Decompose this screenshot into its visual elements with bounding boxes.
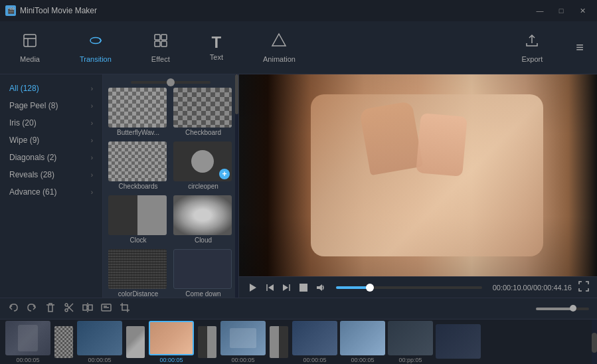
transition-thumb (173, 195, 232, 235)
timeline-toolbar (0, 298, 597, 319)
clip-thumbnail (220, 321, 266, 355)
titlebar-left: 🎬 MiniTool Movie Maker (5, 5, 97, 16)
maximize-button[interactable]: □ (552, 3, 570, 18)
chevron-right-icon: › (91, 102, 93, 110)
redo-button[interactable] (27, 302, 37, 315)
transition-clock[interactable]: Clock (108, 195, 168, 244)
svg-rect-5 (155, 41, 160, 46)
scrollbar-thumb[interactable] (235, 74, 238, 114)
animation-label: Animation (263, 55, 296, 63)
transition-label: Transition (80, 55, 112, 63)
transition-name: ButterflyWav... (108, 129, 168, 136)
transition-come-down[interactable]: Come down (173, 249, 233, 298)
svg-marker-13 (283, 284, 288, 291)
category-all[interactable]: All (128) › (0, 80, 102, 97)
chevron-right-icon: › (91, 189, 93, 196)
timeline-clip-7[interactable]: 00:pp:05 (388, 321, 433, 363)
undo-button[interactable] (8, 302, 19, 315)
clip-thumbnail (292, 321, 337, 355)
svg-point-17 (65, 304, 68, 306)
tab-media[interactable]: Media (13, 29, 46, 67)
preview-area: 00:00:10.00/00:00:44.16 (239, 74, 597, 298)
tab-export[interactable]: Export (515, 29, 550, 67)
cut-button[interactable] (64, 302, 74, 315)
svg-rect-6 (161, 41, 167, 46)
transition-checkboards[interactable]: Checkboards (108, 141, 168, 190)
svg-rect-4 (161, 35, 167, 40)
svg-rect-21 (88, 305, 92, 310)
clip-thumbnail (436, 324, 481, 359)
transition-thumb (108, 249, 167, 289)
transition-checkboard[interactable]: Checkboard (173, 88, 233, 136)
svg-rect-3 (155, 35, 160, 40)
time-display: 00:00:10.00/00:00:44.16 (493, 284, 572, 292)
timeline-clip-5[interactable]: 00:00:05 (292, 321, 337, 363)
svg-marker-9 (250, 284, 256, 292)
zoom-bar[interactable] (536, 308, 589, 310)
play-button[interactable] (247, 282, 258, 293)
transition-thumb-small (270, 326, 288, 358)
timeline-scroll-thumb (592, 333, 597, 353)
timeline-clip-6[interactable]: 00:00:05 (340, 321, 385, 363)
transitions-panel: ButterflyWav... Checkboard Checkboards + (103, 74, 239, 298)
category-wipe[interactable]: Wipe (9) › (0, 132, 102, 149)
tab-animation[interactable]: Animation (256, 29, 302, 67)
text-overlay-button[interactable] (101, 302, 112, 315)
preview-video (239, 74, 597, 276)
preview-controls: 00:00:10.00/00:00:44.16 (239, 276, 597, 298)
category-iris[interactable]: Iris (20) › (0, 114, 102, 132)
transition-name: Clock (108, 236, 168, 244)
category-advance[interactable]: Advance (61) › (0, 183, 102, 201)
effect-icon (153, 33, 169, 52)
svg-point-16 (65, 309, 68, 312)
stop-button[interactable] (299, 283, 308, 292)
svg-rect-0 (24, 35, 36, 46)
transition-cloud[interactable]: Cloud (173, 195, 233, 244)
svg-marker-11 (268, 284, 274, 291)
volume-button[interactable] (315, 282, 325, 293)
timeline-transition-4[interactable] (268, 325, 290, 359)
tab-transition[interactable]: Transition (73, 29, 118, 67)
transition-thumb-small (198, 326, 216, 358)
category-page-peel[interactable]: Page Peel (8) › (0, 97, 102, 114)
scrollbar-track[interactable] (235, 74, 238, 298)
main-content: All (128) › Page Peel (8) › Iris (20) › … (0, 74, 597, 298)
clip-time: 00:00:05 (88, 357, 111, 363)
menu-button[interactable]: ≡ (576, 40, 584, 55)
timeline-transition-3[interactable] (197, 325, 218, 359)
transition-thumb-small (126, 326, 145, 358)
transition-color-distance[interactable]: colorDistance (108, 249, 168, 298)
step-back-button[interactable] (264, 282, 275, 293)
fullscreen-button[interactable] (578, 281, 589, 294)
timeline-transition-2[interactable] (125, 325, 146, 359)
crop-button[interactable] (120, 302, 130, 315)
minimize-button[interactable]: — (531, 3, 549, 18)
timeline-clip-4[interactable]: 00:00:05 (220, 321, 266, 363)
clip-thumbnail (340, 321, 385, 355)
tab-text[interactable]: T Text (203, 31, 230, 65)
tab-effect[interactable]: Effect (145, 29, 177, 67)
timeline-clip-8[interactable] (436, 324, 481, 360)
progress-bar[interactable] (336, 286, 482, 289)
timeline-clip-2[interactable]: 00:00:05 (77, 321, 122, 363)
timeline-clip-3[interactable]: 00:00:05 (149, 321, 194, 363)
transition-thumb (173, 249, 232, 289)
titlebar-controls: — □ ✕ (531, 3, 592, 18)
category-diagonals[interactable]: Diagonals (2) › (0, 149, 102, 166)
timeline-clip-1[interactable]: 00:00:05 (5, 321, 50, 363)
clip-time: 00:00:05 (231, 357, 254, 363)
timeline-transition-1[interactable] (53, 325, 74, 359)
transition-name: circleopen (173, 183, 233, 190)
step-forward-button[interactable] (282, 282, 292, 293)
category-reveals[interactable]: Reveals (28) › (0, 166, 102, 183)
close-button[interactable]: ✕ (573, 3, 592, 18)
transition-butterfly-wave[interactable]: ButterflyWav... (108, 88, 168, 136)
transition-thumb-small (54, 326, 73, 358)
delete-button[interactable] (45, 302, 56, 315)
split-button[interactable] (82, 302, 93, 315)
transition-circleopen[interactable]: + circleopen (173, 141, 233, 190)
svg-rect-20 (83, 305, 87, 310)
timeline-scrollbar[interactable] (592, 319, 597, 364)
clip-thumbnail (388, 321, 433, 355)
svg-marker-15 (317, 284, 322, 291)
